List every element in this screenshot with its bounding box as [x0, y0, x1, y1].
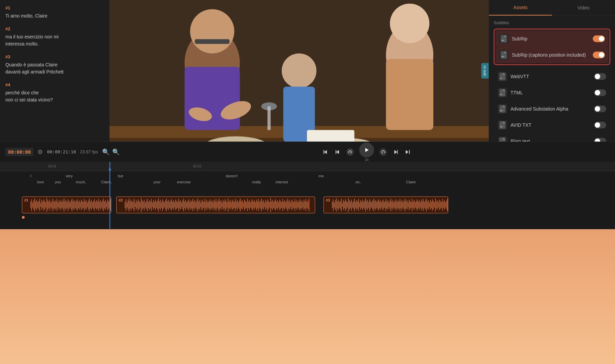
- word-claire1: Claire,: [101, 180, 112, 184]
- svg-rect-12: [185, 67, 240, 130]
- step-forward-button[interactable]: [392, 149, 399, 155]
- skip-to-start-button[interactable]: [322, 149, 329, 155]
- tab-assets[interactable]: Assets: [489, 0, 552, 16]
- format-item-subrip-captions: SRT SubRip (captions position included): [496, 47, 608, 63]
- timeline[interactable]: 00:01 00:03 I very but doesn't me. love …: [0, 162, 615, 229]
- position-dot: [109, 169, 111, 171]
- toggle-assa[interactable]: [594, 105, 606, 112]
- waveform-tracks: #1: [0, 195, 615, 215]
- ruler-mark-1: 00:01: [48, 164, 56, 168]
- toggle-subrip[interactable]: [593, 35, 605, 42]
- video-frame: [110, 0, 489, 142]
- webvtt-icon: VTT: [498, 72, 507, 81]
- format-item-ttml: TTML TTML: [494, 85, 610, 101]
- track-2[interactable]: #2: [116, 196, 315, 213]
- subrip-captions-icon: SRT: [499, 50, 509, 60]
- format-item-assa: ASS Advanced Substation Alpha: [494, 101, 610, 117]
- play-button[interactable]: [359, 143, 374, 157]
- subtitles-section-label: Subtitles: [494, 21, 610, 25]
- subtitle-panel: #1 Ti amo molto, Claire #2 ma il tuo ese…: [0, 0, 110, 142]
- svg-text:SRT: SRT: [501, 56, 504, 58]
- zoom-in-icon[interactable]: 🔍: [112, 148, 120, 156]
- svg-rect-44: [397, 150, 398, 154]
- video-player[interactable]: m sub: [110, 0, 489, 142]
- subtitle-text-2: ma il tuo esercizio non miinteressa molt…: [5, 33, 104, 48]
- zoom-controls: 🔍 🔍: [102, 148, 120, 156]
- subtitle-number-2: #2: [5, 26, 104, 31]
- word-exercise: exercise: [177, 180, 191, 184]
- subtitle-number-1: #1: [5, 5, 104, 10]
- svg-point-14: [390, 4, 429, 43]
- settings-icon[interactable]: ⚙: [37, 148, 43, 156]
- word-very: very: [66, 174, 73, 178]
- svg-rect-41: [336, 150, 336, 154]
- avid-icon: TXT: [498, 120, 507, 130]
- subrip-icon: SRT: [499, 34, 509, 43]
- assa-icon: ASS: [498, 104, 507, 114]
- word-but: but: [118, 174, 123, 178]
- toggle-plaintext[interactable]: [594, 138, 606, 142]
- ttml-icon: TTML: [498, 88, 507, 97]
- track-3[interactable]: #3: [324, 196, 448, 213]
- svg-text:ASS: ASS: [500, 110, 503, 112]
- subtitle-text-3: Quando è passata Clairedavanti agli arma…: [5, 61, 104, 75]
- format-name-avid: AVID TXT: [511, 122, 594, 128]
- plaintext-icon: TXT: [498, 136, 507, 142]
- toggle-webvtt[interactable]: [594, 73, 606, 80]
- format-item-plaintext: TXT Plain text: [494, 133, 610, 142]
- subtitle-text-4: perché dice chenon ci sei stata vicino?: [5, 89, 104, 103]
- format-name-ttml: TTML: [511, 90, 594, 95]
- fps-label: 23.97 fps: [80, 149, 98, 154]
- svg-point-42: [347, 149, 353, 155]
- svg-text:SRT: SRT: [501, 39, 504, 41]
- skip-to-end-button[interactable]: [404, 149, 411, 155]
- svg-point-20: [261, 102, 277, 110]
- zoom-out-icon[interactable]: 🔍: [102, 148, 110, 156]
- export-sub-button[interactable]: m sub: [481, 63, 489, 79]
- svg-text:VTT: VTT: [500, 78, 502, 79]
- format-name-subrip-captions: SubRip (captions position included): [512, 52, 593, 58]
- format-name-subrip: SubRip: [512, 36, 593, 41]
- speed-indicator: 1x: [365, 157, 369, 161]
- svg-point-43: [380, 149, 387, 155]
- svg-point-16: [282, 53, 316, 88]
- assets-panel: Assets Video Subtitles SRT SubRip: [489, 0, 615, 142]
- current-timecode: 00:00:00: [5, 148, 33, 156]
- subtitle-item-2: #2 ma il tuo esercizio non miinteressa m…: [5, 26, 104, 48]
- word-on: on,: [356, 180, 361, 184]
- svg-point-10: [190, 9, 234, 53]
- toggle-subrip-captions[interactable]: [593, 52, 605, 58]
- step-back-button[interactable]: [334, 149, 341, 155]
- svg-rect-18: [307, 130, 355, 142]
- subtitle-number-3: #3: [5, 54, 104, 59]
- word-i: I: [30, 174, 31, 178]
- position-marker: [110, 162, 110, 229]
- format-list: VTT WebVTT TTML TTML: [494, 68, 610, 142]
- loop-forward-button[interactable]: [379, 148, 387, 156]
- format-item-avid: TXT AVID TXT: [494, 117, 610, 133]
- format-item-subrip: SRT SubRip: [496, 31, 608, 47]
- tab-video[interactable]: Video: [552, 0, 615, 16]
- panel-content: Subtitles SRT SubRip: [489, 16, 615, 142]
- format-name-assa: Advanced Substation Alpha: [511, 106, 594, 112]
- toggle-avid[interactable]: [594, 122, 606, 128]
- word-interest: interest: [276, 180, 288, 184]
- word-love: love: [37, 180, 44, 184]
- track-1[interactable]: #1: [22, 196, 111, 213]
- word-really: really: [252, 180, 261, 184]
- subtitle-item-4: #4 perché dice chenon ci sei stata vicin…: [5, 82, 104, 103]
- loop-button[interactable]: [346, 148, 354, 156]
- timeline-scroll[interactable]: [0, 215, 615, 220]
- toggle-ttml[interactable]: [594, 89, 606, 96]
- format-name-webvtt: WebVTT: [511, 74, 594, 79]
- word-doesnt: doesn't: [226, 174, 238, 178]
- transport-controls: 1x: [124, 143, 610, 161]
- svg-rect-15: [386, 59, 433, 130]
- format-name-plaintext: Plain text: [511, 139, 594, 142]
- bottom-gradient: [0, 229, 615, 364]
- svg-text:TTML: TTML: [499, 94, 503, 95]
- subtitle-item-3: #3 Quando è passata Clairedavanti agli a…: [5, 54, 104, 75]
- ruler-mark-2: 00:03: [193, 164, 201, 168]
- transport-bar: 00:00:00 ⚙ 00:00:21:10 23.97 fps 🔍 🔍: [0, 142, 615, 162]
- word-labels-area: I very but doesn't me. love you much, Cl…: [0, 171, 615, 195]
